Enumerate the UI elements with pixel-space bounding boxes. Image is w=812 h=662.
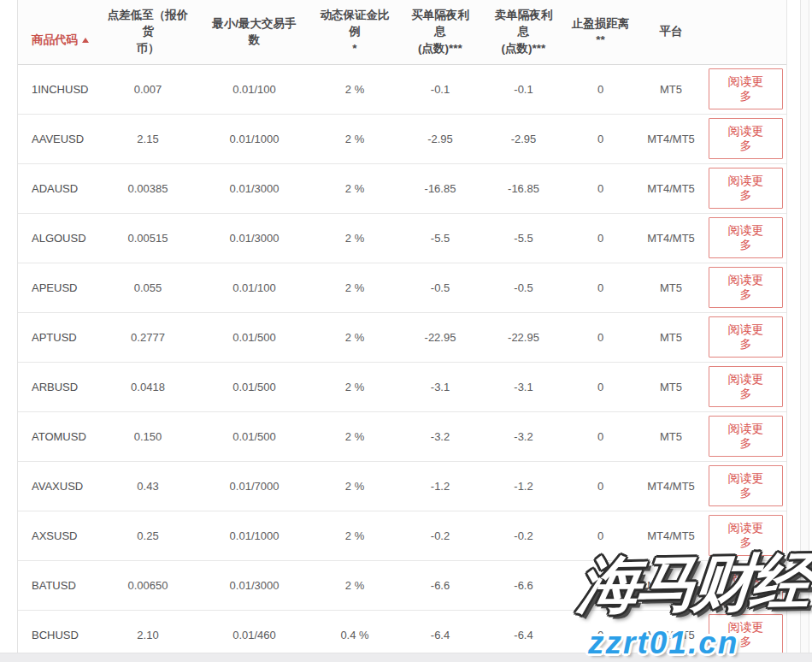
column-header-actions xyxy=(705,0,786,64)
column-header-swap-buy[interactable]: 买单隔夜利 息 (点数)*** xyxy=(397,0,483,64)
read-more-button[interactable]: 阅读更多 xyxy=(709,416,783,457)
cell-lot-size: 0.01/100 xyxy=(197,64,312,114)
table-row: 1INCHUSD 0.007 0.01/100 2 % -0.1 -0.1 0 … xyxy=(18,64,786,114)
cell-margin-ratio: 2 % xyxy=(312,461,397,511)
cell-lot-size: 0.01/500 xyxy=(197,312,312,362)
cell-platform: MT4/MT5 xyxy=(637,511,705,560)
cell-product-code: BATUSD xyxy=(18,560,99,610)
cell-actions: 阅读更多 xyxy=(705,362,786,411)
cell-product-code: ALGOUSD xyxy=(18,213,99,263)
cell-product-code: APEUSD xyxy=(18,263,99,312)
cell-swap-buy: -6.6 xyxy=(397,560,483,610)
read-more-button[interactable]: 阅读更多 xyxy=(709,267,783,308)
read-more-button[interactable]: 阅读更多 xyxy=(709,68,783,109)
read-more-button[interactable]: 阅读更多 xyxy=(709,316,783,358)
cell-stop-distance: 0 xyxy=(564,411,637,461)
cell-stop-distance: 0 xyxy=(564,362,637,411)
read-more-button[interactable]: 阅读更多 xyxy=(709,118,783,159)
table-row: BATUSD 0.00650 0.01/3000 2 % -6.6 -6.6 0… xyxy=(18,560,786,610)
read-more-button[interactable]: 阅读更多 xyxy=(709,168,783,209)
table-row: APTUSD 0.2777 0.01/500 2 % -22.95 -22.95… xyxy=(18,312,786,362)
cell-stop-distance: 0 xyxy=(564,213,637,263)
cell-product-code: 1INCHUSD xyxy=(18,64,99,114)
cell-product-code: APTUSD xyxy=(18,312,99,362)
cell-swap-sell: -16.85 xyxy=(483,163,564,213)
cell-stop-distance: 0 xyxy=(564,163,637,213)
cell-product-code: ADAUSD xyxy=(18,163,99,213)
cell-swap-buy: -0.5 xyxy=(397,263,483,312)
table-body: 1INCHUSD 0.007 0.01/100 2 % -0.1 -0.1 0 … xyxy=(18,64,786,659)
cell-swap-sell: -2.95 xyxy=(483,114,564,163)
cell-stop-distance: 0 xyxy=(564,64,637,114)
cell-actions: 阅读更多 xyxy=(705,411,786,461)
table-row: ALGOUSD 0.00515 0.01/3000 2 % -5.5 -5.5 … xyxy=(18,213,786,263)
cell-margin-ratio: 2 % xyxy=(312,263,397,312)
column-header-swap-sell[interactable]: 卖单隔夜利 息 (点数)*** xyxy=(483,0,564,64)
cell-margin-ratio: 2 % xyxy=(312,163,397,213)
cell-actions: 阅读更多 xyxy=(705,213,786,263)
table-row: APEUSD 0.055 0.01/100 2 % -0.5 -0.5 0 MT… xyxy=(18,263,786,312)
cell-stop-distance: 0 xyxy=(564,461,637,511)
cell-lot-size: 0.01/100 xyxy=(197,263,312,312)
read-more-button[interactable]: 阅读更多 xyxy=(709,515,783,556)
cell-actions: 阅读更多 xyxy=(705,560,786,610)
cell-platform: MT4/MT5 xyxy=(637,461,705,511)
horizontal-scrollbar[interactable] xyxy=(0,653,812,662)
cell-spread: 0.43 xyxy=(99,461,197,511)
table-row: AAVEUSD 2.15 0.01/1000 2 % -2.95 -2.95 0… xyxy=(18,114,786,163)
cell-lot-size: 0.01/3000 xyxy=(197,213,312,263)
cell-swap-sell: -1.2 xyxy=(483,461,564,511)
cell-actions: 阅读更多 xyxy=(705,312,786,362)
cell-stop-distance: 0 xyxy=(564,263,637,312)
read-more-button[interactable]: 阅读更多 xyxy=(709,465,783,506)
cell-margin-ratio: 2 % xyxy=(312,362,397,411)
cell-lot-size: 0.01/500 xyxy=(197,362,312,411)
read-more-button[interactable]: 阅读更多 xyxy=(709,614,783,655)
column-header-platform[interactable]: 平台 xyxy=(637,0,705,64)
cell-actions: 阅读更多 xyxy=(705,263,786,312)
instruments-table: 商品代码 点差低至（报价货 币） 最小/最大交易手 数 动态保证金比例 * 买单… xyxy=(18,0,786,660)
read-more-button[interactable]: 阅读更多 xyxy=(709,564,783,606)
cell-actions: 阅读更多 xyxy=(705,163,786,213)
cell-product-code: AAVEUSD xyxy=(18,114,99,163)
table-row: AVAXUSD 0.43 0.01/7000 2 % -1.2 -1.2 0 M… xyxy=(18,461,786,511)
column-header-spread[interactable]: 点差低至（报价货 币） xyxy=(99,0,197,64)
cell-platform: MT5 xyxy=(637,362,705,411)
cell-swap-sell: -5.5 xyxy=(483,213,564,263)
cell-swap-buy: -2.95 xyxy=(397,114,483,163)
cell-product-code: AXSUSD xyxy=(18,511,99,560)
cell-lot-size: 0.01/500 xyxy=(197,411,312,461)
vertical-scrollbar[interactable] xyxy=(800,0,809,662)
read-more-button[interactable]: 阅读更多 xyxy=(709,217,783,258)
cell-spread: 0.055 xyxy=(99,263,197,312)
cell-platform: MT5 xyxy=(637,312,705,362)
column-header-stop-distance[interactable]: 止盈损距离 ** xyxy=(564,0,637,64)
cell-swap-sell: -0.5 xyxy=(483,263,564,312)
read-more-button[interactable]: 阅读更多 xyxy=(709,366,783,407)
column-header-lot-size[interactable]: 最小/最大交易手 数 xyxy=(197,0,312,64)
cell-actions: 阅读更多 xyxy=(705,64,786,114)
cell-spread: 2.15 xyxy=(99,114,197,163)
cell-platform: MT4/MT5 xyxy=(637,213,705,263)
cell-platform: MT4/MT5 xyxy=(637,163,705,213)
cell-actions: 阅读更多 xyxy=(705,461,786,511)
cell-swap-buy: -0.2 xyxy=(397,511,483,560)
column-header-product-code[interactable]: 商品代码 xyxy=(18,0,99,64)
cell-spread: 0.25 xyxy=(99,511,197,560)
cell-swap-buy: -0.1 xyxy=(397,64,483,114)
instruments-table-container: 商品代码 点差低至（报价货 币） 最小/最大交易手 数 动态保证金比例 * 买单… xyxy=(17,0,787,660)
cell-stop-distance: 0 xyxy=(564,560,637,610)
cell-swap-sell: -3.1 xyxy=(483,362,564,411)
cell-stop-distance: 0 xyxy=(564,114,637,163)
cell-spread: 0.2777 xyxy=(99,312,197,362)
cell-platform: MT5 xyxy=(637,263,705,312)
cell-lot-size: 0.01/3000 xyxy=(197,163,312,213)
cell-margin-ratio: 2 % xyxy=(312,511,397,560)
cell-product-code: ATOMUSD xyxy=(18,411,99,461)
table-row: ADAUSD 0.00385 0.01/3000 2 % -16.85 -16.… xyxy=(18,163,786,213)
sort-ascending-icon xyxy=(82,38,89,43)
cell-product-code: ARBUSD xyxy=(18,362,99,411)
column-header-margin-ratio[interactable]: 动态保证金比例 * xyxy=(312,0,397,64)
cell-lot-size: 0.01/1000 xyxy=(197,511,312,560)
cell-stop-distance: 0 xyxy=(564,312,637,362)
